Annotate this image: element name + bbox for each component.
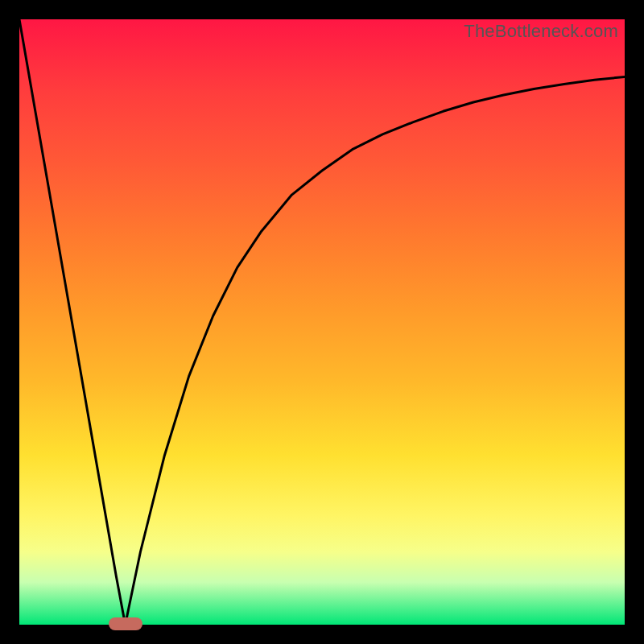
plot-area: TheBottleneck.com <box>19 19 625 625</box>
bottleneck-curve <box>19 19 625 625</box>
optimal-marker <box>109 617 142 630</box>
chart-frame: TheBottleneck.com <box>0 0 644 644</box>
